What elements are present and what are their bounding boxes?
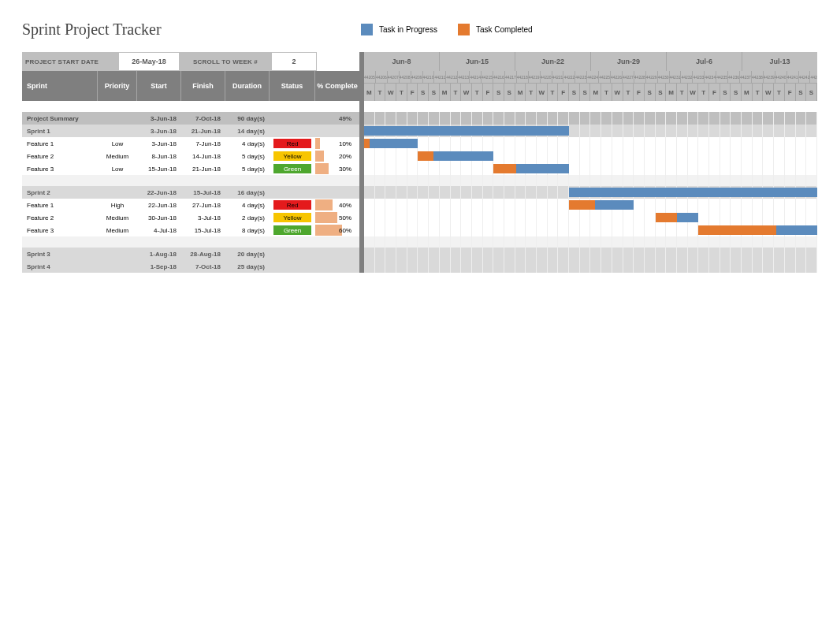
col-pct: % Complete xyxy=(315,71,359,101)
day-header: T xyxy=(774,83,785,101)
day-serial: 44237 xyxy=(740,71,752,83)
day-serial: 44215 xyxy=(482,71,493,83)
day-serial: 44211 xyxy=(434,71,446,83)
day-header: F xyxy=(709,83,720,101)
week-header: Jun-22 xyxy=(515,52,591,71)
day-header: S xyxy=(569,83,580,101)
table-row: Feature 3Medium4-Jul-1815-Jul-188 day(s)… xyxy=(22,224,359,236)
day-header: W xyxy=(612,83,623,101)
status-chip: Green xyxy=(273,164,311,173)
day-serial: 44227 xyxy=(623,71,634,83)
col-sprint: Sprint xyxy=(22,71,98,101)
day-header: M xyxy=(440,83,451,101)
legend-swatch-progress xyxy=(361,24,373,35)
day-serial: 44230 xyxy=(658,71,670,83)
day-header: T xyxy=(698,83,709,101)
table-row: Feature 2Medium8-Jun-1814-Jun-185 day(s)… xyxy=(22,150,359,162)
day-serial: 44229 xyxy=(646,71,658,83)
timeline-serials: 4420544206442074420844209442104421144212… xyxy=(364,71,817,83)
day-header: T xyxy=(451,83,462,101)
day-header: S xyxy=(429,83,440,101)
status-chip: Yellow xyxy=(273,151,311,161)
day-serial: 44232 xyxy=(681,71,693,83)
day-header: M xyxy=(364,83,375,101)
day-serial: 44233 xyxy=(693,71,705,83)
day-header: M xyxy=(590,83,601,101)
day-header: S xyxy=(656,83,667,101)
table-row: Feature 2Medium30-Jun-183-Jul-182 day(s)… xyxy=(22,211,359,224)
day-header: W xyxy=(385,83,396,101)
day-serial: 44213 xyxy=(458,71,470,83)
day-serial: 44214 xyxy=(470,71,482,83)
scroll-week-value[interactable]: 2 xyxy=(271,52,317,71)
table-row: Sprint 13-Jun-1821-Jun-1814 day(s) xyxy=(22,125,359,137)
day-serial: 44226 xyxy=(611,71,623,83)
day-header: F xyxy=(483,83,494,101)
gantt-bar-done xyxy=(493,164,516,173)
timeline-days: MTWTFSSMTWTFSSMTWTFSSMTWTFSSMTWTFSSMTWTF… xyxy=(364,83,817,101)
day-serial: 44216 xyxy=(493,71,505,83)
gantt-bar-done xyxy=(698,225,776,235)
start-date-label: PROJECT START DATE xyxy=(22,52,118,71)
table-row: Feature 1Low3-Jun-187-Jun-184 day(s)Red1… xyxy=(22,137,359,150)
week-header: Jul-6 xyxy=(667,52,742,71)
col-priority: Priority xyxy=(98,71,137,101)
day-header: M xyxy=(666,83,677,101)
day-header: S xyxy=(796,83,807,101)
day-serial: 44243 xyxy=(810,71,817,83)
day-serial: 44221 xyxy=(552,71,564,83)
day-serial: 44219 xyxy=(529,71,541,83)
day-header: T xyxy=(396,83,407,101)
day-header: W xyxy=(537,83,548,101)
day-header: S xyxy=(580,83,591,101)
gantt-bar-done xyxy=(569,200,595,210)
week-header: Jun-29 xyxy=(591,52,667,71)
day-header: S xyxy=(504,83,515,101)
day-serial: 44238 xyxy=(752,71,764,83)
scroll-week-label: SCROLL TO WEEK # xyxy=(180,52,271,71)
day-serial: 44224 xyxy=(587,71,599,83)
day-serial: 44240 xyxy=(775,71,787,83)
day-header: S xyxy=(720,83,731,101)
status-chip: Yellow xyxy=(273,213,311,222)
column-headers: Sprint Priority Start Finish Duration St… xyxy=(22,71,359,101)
table-row: Sprint 41-Sep-187-Oct-1825 day(s) xyxy=(22,260,359,273)
gantt-bar-done xyxy=(656,213,677,222)
legend-swatch-completed xyxy=(458,24,470,35)
day-header: T xyxy=(753,83,764,101)
timeline-weeks: Jun-8Jun-15Jun-22Jun-29Jul-6Jul-13 xyxy=(364,52,817,71)
day-header: F xyxy=(634,83,645,101)
week-header: Jun-15 xyxy=(440,52,515,71)
col-status: Status xyxy=(270,71,315,101)
status-chip: Red xyxy=(273,139,311,148)
day-serial: 44218 xyxy=(517,71,529,83)
day-serial: 44239 xyxy=(764,71,775,83)
col-duration: Duration xyxy=(225,71,270,101)
day-serial: 44228 xyxy=(634,71,646,83)
day-header: F xyxy=(407,83,418,101)
start-date-value[interactable]: 26-May-18 xyxy=(118,52,180,71)
table-row: Sprint 222-Jun-1815-Jul-1816 day(s) xyxy=(22,186,359,199)
day-serial: 44207 xyxy=(388,71,400,83)
week-header: Jun-8 xyxy=(364,52,440,71)
day-header: S xyxy=(493,83,504,101)
col-finish: Finish xyxy=(181,71,225,101)
gantt-bar-done xyxy=(418,151,433,161)
day-header: T xyxy=(472,83,483,101)
day-header: S xyxy=(418,83,429,101)
day-header: T xyxy=(623,83,634,101)
day-header: S xyxy=(645,83,656,101)
day-serial: 44222 xyxy=(563,71,575,83)
col-start: Start xyxy=(137,71,181,101)
day-header: T xyxy=(526,83,537,101)
day-serial: 44234 xyxy=(705,71,716,83)
table-row: Project Summary3-Jun-187-Oct-1890 day(s)… xyxy=(22,112,359,125)
day-serial: 44235 xyxy=(716,71,728,83)
legend: Task in Progress Task Completed xyxy=(361,24,547,35)
day-header: W xyxy=(763,83,774,101)
day-header: M xyxy=(515,83,526,101)
day-header: F xyxy=(558,83,569,101)
day-serial: 44225 xyxy=(599,71,611,83)
day-header: W xyxy=(688,83,699,101)
day-header: T xyxy=(548,83,559,101)
